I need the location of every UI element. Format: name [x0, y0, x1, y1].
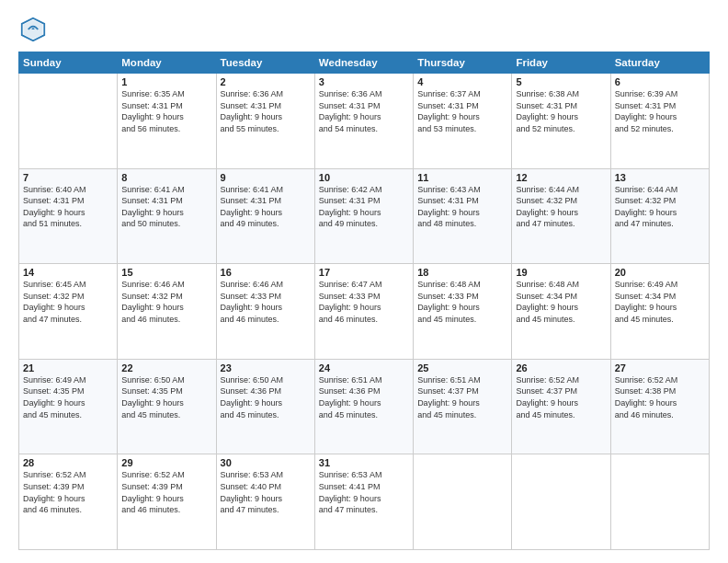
calendar-cell: 9Sunrise: 6:41 AMSunset: 4:31 PMDaylight…	[216, 168, 314, 264]
calendar-cell: 11Sunrise: 6:43 AMSunset: 4:31 PMDayligh…	[414, 168, 512, 264]
day-info-line: and 45 minutes.	[417, 314, 507, 326]
day-info-line: Sunset: 4:36 PM	[221, 385, 311, 397]
day-number: 23	[221, 362, 311, 373]
calendar-cell: 23Sunrise: 6:50 AMSunset: 4:36 PMDayligh…	[216, 359, 314, 454]
day-number: 2	[221, 76, 311, 87]
day-info-line: Sunrise: 6:45 AM	[23, 279, 113, 291]
col-header-friday: Friday	[512, 52, 610, 74]
day-info-line: and 45 minutes.	[221, 409, 311, 421]
calendar-week-2: 7Sunrise: 6:40 AMSunset: 4:31 PMDaylight…	[19, 168, 710, 264]
day-info-line: Daylight: 9 hours	[121, 397, 211, 409]
day-info-line: Sunrise: 6:50 AM	[121, 374, 211, 386]
day-info-line: and 47 minutes.	[23, 314, 113, 326]
day-info-line: Sunset: 4:40 PM	[221, 481, 311, 493]
day-info-line: Sunrise: 6:51 AM	[319, 374, 409, 386]
day-info-line: Daylight: 9 hours	[516, 111, 606, 123]
calendar-cell: 6Sunrise: 6:39 AMSunset: 4:31 PMDaylight…	[610, 74, 709, 169]
day-info-line: Sunrise: 6:41 AM	[121, 184, 211, 196]
day-info-line: Sunrise: 6:46 AM	[121, 279, 211, 291]
day-number: 12	[516, 172, 606, 183]
day-info-line: Sunset: 4:33 PM	[417, 291, 507, 303]
day-info-line: Sunrise: 6:44 AM	[615, 184, 705, 196]
calendar-cell: 16Sunrise: 6:46 AMSunset: 4:33 PMDayligh…	[216, 264, 314, 360]
day-number: 5	[516, 76, 606, 87]
day-info-line: Daylight: 9 hours	[319, 397, 409, 409]
calendar-cell	[19, 74, 118, 169]
day-number: 28	[23, 457, 113, 468]
day-info-line: and 46 minutes.	[221, 314, 311, 326]
day-info-line: Daylight: 9 hours	[417, 111, 507, 123]
day-info-line: Sunset: 4:31 PM	[417, 100, 507, 112]
header	[18, 17, 710, 42]
day-number: 18	[417, 267, 507, 278]
day-info-line: Sunrise: 6:52 AM	[23, 469, 113, 481]
day-info-line: Daylight: 9 hours	[23, 207, 113, 219]
calendar-week-5: 28Sunrise: 6:52 AMSunset: 4:39 PMDayligh…	[19, 454, 710, 550]
day-info-line: and 45 minutes.	[615, 314, 705, 326]
day-info-line: and 45 minutes.	[23, 409, 113, 421]
day-info-line: Sunset: 4:39 PM	[121, 481, 211, 493]
day-info-line: Sunrise: 6:40 AM	[23, 184, 113, 196]
calendar-cell: 24Sunrise: 6:51 AMSunset: 4:36 PMDayligh…	[314, 359, 413, 454]
day-info-line: and 46 minutes.	[121, 314, 211, 326]
day-info-line: and 45 minutes.	[319, 409, 409, 421]
day-info-line: Daylight: 9 hours	[516, 302, 606, 314]
day-info-line: Sunset: 4:35 PM	[23, 385, 113, 397]
day-info-line: Daylight: 9 hours	[615, 302, 705, 314]
day-info-line: Sunset: 4:31 PM	[23, 195, 113, 207]
day-info-line: and 47 minutes.	[615, 218, 705, 230]
day-info-line: Sunrise: 6:38 AM	[516, 88, 606, 100]
col-header-tuesday: Tuesday	[216, 52, 314, 74]
calendar-cell: 18Sunrise: 6:48 AMSunset: 4:33 PMDayligh…	[414, 264, 512, 360]
day-info-line: Sunrise: 6:50 AM	[221, 374, 311, 386]
day-number: 10	[319, 172, 409, 183]
day-info-line: and 52 minutes.	[615, 123, 705, 135]
day-info-line: Sunset: 4:38 PM	[615, 385, 705, 397]
day-info-line: and 50 minutes.	[121, 218, 211, 230]
day-info-line: Sunset: 4:31 PM	[319, 100, 409, 112]
calendar-cell: 27Sunrise: 6:52 AMSunset: 4:38 PMDayligh…	[610, 359, 709, 454]
day-info-line: Sunrise: 6:44 AM	[516, 184, 606, 196]
day-number: 24	[319, 362, 409, 373]
day-info-line: Sunset: 4:31 PM	[121, 100, 211, 112]
day-number: 7	[23, 172, 113, 183]
day-info-line: Daylight: 9 hours	[121, 111, 211, 123]
day-info-line: and 52 minutes.	[516, 123, 606, 135]
day-info-line: Daylight: 9 hours	[121, 493, 211, 505]
day-info-line: Sunset: 4:33 PM	[319, 291, 409, 303]
day-number: 21	[23, 362, 113, 373]
day-info-line: Sunset: 4:31 PM	[221, 195, 311, 207]
calendar-cell: 22Sunrise: 6:50 AMSunset: 4:35 PMDayligh…	[118, 359, 216, 454]
day-info-line: Sunset: 4:39 PM	[23, 481, 113, 493]
day-info-line: Sunrise: 6:52 AM	[615, 374, 705, 386]
calendar-cell: 12Sunrise: 6:44 AMSunset: 4:32 PMDayligh…	[512, 168, 610, 264]
day-info-line: Sunset: 4:31 PM	[319, 195, 409, 207]
day-number: 8	[121, 172, 211, 183]
day-info-line: Sunset: 4:31 PM	[615, 100, 705, 112]
day-info-line: Sunset: 4:31 PM	[221, 100, 311, 112]
day-info-line: Sunrise: 6:48 AM	[417, 279, 507, 291]
calendar-cell: 4Sunrise: 6:37 AMSunset: 4:31 PMDaylight…	[414, 74, 512, 169]
day-info-line: Sunset: 4:31 PM	[121, 195, 211, 207]
day-info-line: Daylight: 9 hours	[319, 207, 409, 219]
calendar-cell: 26Sunrise: 6:52 AMSunset: 4:37 PMDayligh…	[512, 359, 610, 454]
day-number: 25	[417, 362, 507, 373]
calendar-cell	[414, 454, 512, 550]
col-header-monday: Monday	[118, 52, 216, 74]
day-info-line: Daylight: 9 hours	[615, 111, 705, 123]
day-info-line: Daylight: 9 hours	[221, 207, 311, 219]
col-header-wednesday: Wednesday	[314, 52, 413, 74]
day-info-line: Sunrise: 6:49 AM	[615, 279, 705, 291]
day-info-line: Sunrise: 6:52 AM	[516, 374, 606, 386]
day-info-line: Sunset: 4:37 PM	[516, 385, 606, 397]
day-info-line: Sunrise: 6:51 AM	[417, 374, 507, 386]
day-info-line: Sunset: 4:35 PM	[121, 385, 211, 397]
day-info-line: and 47 minutes.	[319, 504, 409, 516]
day-info-line: and 56 minutes.	[121, 123, 211, 135]
calendar-cell: 10Sunrise: 6:42 AMSunset: 4:31 PMDayligh…	[314, 168, 413, 264]
calendar-table: SundayMondayTuesdayWednesdayThursdayFrid…	[18, 52, 710, 550]
day-info-line: and 46 minutes.	[121, 504, 211, 516]
calendar-cell: 30Sunrise: 6:53 AMSunset: 4:40 PMDayligh…	[216, 454, 314, 550]
day-info-line: Sunset: 4:32 PM	[23, 291, 113, 303]
day-info-line: Sunrise: 6:42 AM	[319, 184, 409, 196]
